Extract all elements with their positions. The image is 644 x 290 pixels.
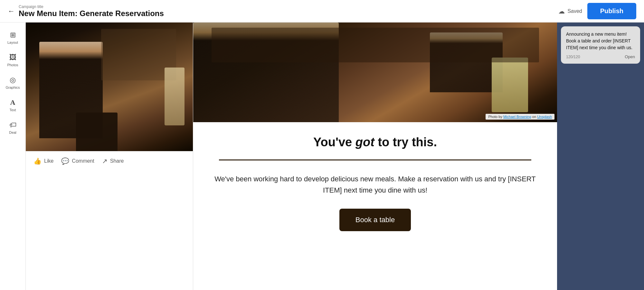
photographer-link[interactable]: Michael Browning xyxy=(503,115,531,119)
comment-button[interactable]: 💬 Comment xyxy=(61,157,94,165)
canvas-area: 👍 Like 💬 Comment ↗ Share xyxy=(26,23,644,290)
post-actions: 👍 Like 💬 Comment ↗ Share xyxy=(26,151,193,171)
publish-button[interactable]: Publish xyxy=(587,3,636,19)
share-button[interactable]: ↗ Share xyxy=(102,157,124,165)
sidebar-item-deal[interactable]: 🏷 Deal xyxy=(2,118,24,138)
social-preview-panel: 👍 Like 💬 Comment ↗ Share xyxy=(26,23,193,290)
sms-meta: 120/120 Open xyxy=(566,54,635,59)
photo-credit: Photo by Michael Browning on Unsplash xyxy=(486,114,554,120)
share-label: Share xyxy=(110,158,124,164)
cloud-upload-icon: ☁ xyxy=(558,7,565,15)
deal-icon: 🏷 xyxy=(9,121,16,129)
kitchen-image xyxy=(26,23,193,151)
sidebar-label-text: Text xyxy=(9,108,16,112)
social-post-image xyxy=(26,23,193,151)
email-kitchen-image xyxy=(193,23,557,122)
back-icon: ← xyxy=(8,7,15,15)
main-area: ⊞ Layout 🖼 Photos ◎ Graphics A Text 🏷 De… xyxy=(0,23,644,290)
sidebar-label-deal: Deal xyxy=(9,131,16,134)
header-right: ☁ Saved Publish xyxy=(558,3,636,19)
sidebar-label-layout: Layout xyxy=(7,41,18,44)
photo-credit-on: on xyxy=(531,115,537,119)
saved-label: Saved xyxy=(567,8,582,14)
header: ← Campaign title New Menu Item: Generate… xyxy=(0,0,644,23)
sms-preview-panel: Announcing a new menu item! Book a table… xyxy=(557,23,644,290)
sms-open-label: Open xyxy=(625,54,635,59)
share-icon: ↗ xyxy=(102,157,108,165)
email-hero-image: Photo by Michael Browning on Unsplash xyxy=(193,23,557,122)
sms-text: Announcing a new menu item! Book a table… xyxy=(566,31,635,51)
sms-char-count: 120/120 xyxy=(566,55,580,59)
comment-label: Comment xyxy=(72,158,94,164)
email-preview-panel: Photo by Michael Browning on Unsplash Yo… xyxy=(193,23,557,290)
photos-icon: 🖼 xyxy=(9,53,16,62)
layout-icon: ⊞ xyxy=(10,31,16,39)
saved-indicator: ☁ Saved xyxy=(558,7,582,15)
comment-icon: 💬 xyxy=(61,157,69,165)
photo-credit-prefix: Photo by xyxy=(488,115,503,119)
campaign-title: New Menu Item: Generate Reservations xyxy=(19,9,164,18)
like-label: Like xyxy=(44,158,53,164)
book-table-button[interactable]: Book a table xyxy=(339,209,411,231)
email-body-text: We've been working hard to develop delic… xyxy=(213,173,538,196)
header-left: ← Campaign title New Menu Item: Generate… xyxy=(8,5,164,18)
sidebar-item-photos[interactable]: 🖼 Photos xyxy=(2,50,24,70)
like-icon: 👍 xyxy=(33,157,42,165)
text-icon: A xyxy=(10,98,15,107)
email-body: You've got to try this. We've been worki… xyxy=(193,122,557,244)
email-headline: You've got to try this. xyxy=(213,135,538,150)
sidebar-item-text[interactable]: A Text xyxy=(2,95,24,115)
sidebar-item-graphics[interactable]: ◎ Graphics xyxy=(2,73,24,93)
sidebar-item-layout[interactable]: ⊞ Layout xyxy=(2,28,24,48)
sidebar-label-graphics: Graphics xyxy=(5,86,20,89)
like-button[interactable]: 👍 Like xyxy=(33,157,53,165)
campaign-label: Campaign title xyxy=(19,5,164,9)
sidebar-label-photos: Photos xyxy=(7,63,18,67)
campaign-info: Campaign title New Menu Item: Generate R… xyxy=(19,5,164,18)
back-button[interactable]: ← xyxy=(8,7,15,15)
sidebar: ⊞ Layout 🖼 Photos ◎ Graphics A Text 🏷 De… xyxy=(0,23,26,290)
sms-bubble: Announcing a new menu item! Book a table… xyxy=(561,26,640,64)
social-post: 👍 Like 💬 Comment ↗ Share xyxy=(26,23,193,171)
unsplash-link[interactable]: Unsplash xyxy=(537,115,552,119)
email-divider xyxy=(219,159,531,160)
graphics-icon: ◎ xyxy=(10,76,16,84)
